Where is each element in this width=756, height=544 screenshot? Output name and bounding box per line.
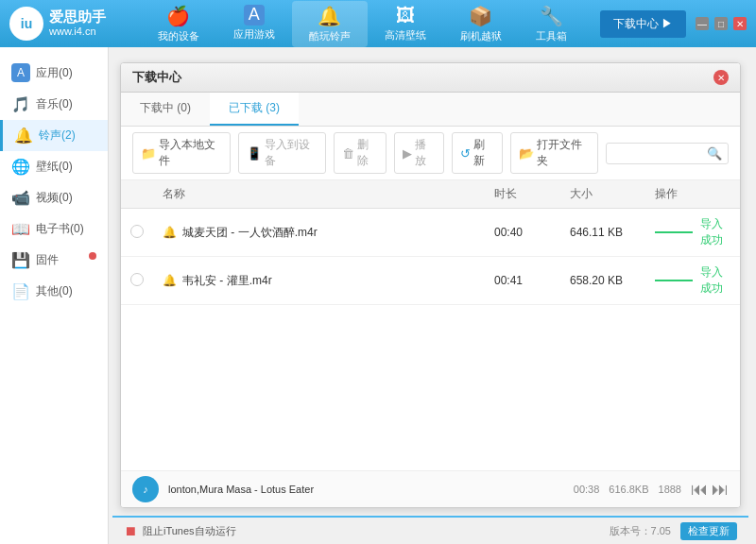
status-success-2: 导入成功 [655, 264, 730, 297]
logo-area: iu 爱思助手 www.i4.cn [9, 7, 106, 41]
download-tabs: 下载中 (0) 已下载 (3) [121, 93, 740, 127]
sidebar-label-video: 视频(0) [36, 190, 73, 206]
nav-apps-games[interactable]: A 应用游戏 [216, 1, 292, 47]
sidebar-label-other: 其他(0) [36, 283, 73, 299]
delete-icon: 🗑 [342, 146, 354, 161]
table-row: 🔔 城麦天团 - 一人饮酒醉.m4r 00:40 646.11 KB 导入成功 [121, 209, 740, 257]
ringtone-sidebar-icon: 🔔 [14, 127, 33, 144]
file-bell-icon-2: 🔔 [163, 274, 177, 287]
window-controls: — □ ✕ [696, 17, 747, 30]
import-device-icon: 📱 [247, 146, 262, 161]
status-success-1: 导入成功 [655, 216, 730, 248]
file-table-container: 名称 时长 大小 操作 🔔 城麦天团 - 一人饮酒醉 [121, 180, 740, 470]
mini-player-thumb: ♪ [132, 476, 159, 502]
file-name-cell-1: 🔔 城麦天团 - 一人饮酒醉.m4r [163, 225, 475, 241]
mini-player-number: 1888 [659, 484, 681, 495]
open-folder-icon: 📂 [519, 146, 534, 161]
tab-downloaded[interactable]: 已下载 (3) [210, 93, 299, 126]
search-box[interactable]: 🔍 [606, 143, 729, 164]
music-sidebar-icon: 🎵 [11, 95, 30, 113]
search-icon: 🔍 [707, 146, 722, 161]
mini-player: ♪ lonton,Mura Masa - Lotus Eater 00:38 6… [121, 470, 740, 507]
version-label: 版本号：7.05 [610, 524, 671, 538]
sidebar-label-wallpapers: 壁纸(0) [36, 159, 73, 175]
sidebar-item-wallpapers[interactable]: 🌐 壁纸(0) [0, 151, 108, 182]
mini-player-track: lonton,Mura Masa - Lotus Eater [168, 484, 564, 495]
wallpaper-icon: 🖼 [396, 5, 415, 26]
col-size: 大小 [560, 180, 645, 209]
open-folder-button[interactable]: 📂 打开文件夹 [510, 132, 598, 174]
sidebar-label-apps: 应用(0) [36, 65, 73, 81]
close-button[interactable]: ✕ [733, 17, 747, 30]
col-duration: 时长 [485, 180, 560, 209]
toolbar: 📁 导入本地文件 📱 导入到设备 🗑 删除 ▶ 播放 ↺ 刷新 [121, 127, 740, 180]
search-input[interactable] [612, 146, 707, 160]
other-sidebar-icon: 📄 [11, 282, 30, 300]
refresh-icon: ↺ [460, 146, 471, 161]
play-button[interactable]: ▶ 播放 [394, 132, 444, 174]
sidebar-section: A 应用(0) 🎵 音乐(0) 🔔 铃声(2) 🌐 壁纸(0) 📹 视频(0) … [0, 52, 108, 312]
status-line-1 [655, 231, 693, 233]
bottom-right: 版本号：7.05 检查更新 [610, 522, 737, 540]
mini-player-size: 616.8KB [609, 484, 648, 495]
nav-jailbreak[interactable]: 📦 刷机越狱 [443, 1, 519, 47]
file-name-cell-2: 🔔 韦礼安 - 灌里.m4r [163, 273, 475, 289]
col-action: 操作 [645, 180, 740, 209]
apps-sidebar-icon: A [11, 63, 30, 82]
bottom-bar: ⏹ 阻止iTunes自动运行 版本号：7.05 检查更新 [112, 516, 748, 544]
ebooks-sidebar-icon: 📖 [11, 220, 30, 238]
firmware-badge [89, 252, 96, 260]
app-logo: iu [9, 7, 43, 41]
mini-player-duration: 00:38 [574, 484, 600, 495]
sidebar-item-music[interactable]: 🎵 音乐(0) [0, 89, 108, 120]
mini-prev-button[interactable]: ⏮ [691, 480, 708, 500]
import-local-icon: 📁 [141, 146, 156, 161]
stop-itunes-label: 阻止iTunes自动运行 [143, 524, 236, 538]
dl-window-close[interactable]: ✕ [713, 70, 729, 85]
maximize-button[interactable]: □ [714, 17, 728, 30]
nav-bar: 🍎 我的设备 A 应用游戏 🔔 酷玩铃声 🖼 高清壁纸 📦 刷机越狱 🔧 工具箱 [125, 1, 600, 47]
nav-tools[interactable]: 🔧 工具箱 [519, 1, 584, 47]
sidebar-item-firmware[interactable]: 💾 固件 [0, 245, 108, 276]
dl-window-title: 下载中心 [132, 69, 181, 86]
device-icon: 🍎 [166, 5, 190, 27]
wallpaper-sidebar-icon: 🌐 [11, 158, 30, 176]
main-content: A 应用(0) 🎵 音乐(0) 🔔 铃声(2) 🌐 壁纸(0) 📹 视频(0) … [0, 47, 756, 544]
delete-button[interactable]: 🗑 删除 [334, 132, 387, 174]
ringtone-icon: 🔔 [318, 5, 341, 27]
tab-downloading[interactable]: 下载中 (0) [121, 93, 210, 126]
sidebar-item-apps[interactable]: A 应用(0) [0, 57, 108, 89]
row-radio-1[interactable] [130, 225, 144, 238]
minimize-button[interactable]: — [696, 17, 709, 30]
file-table: 名称 时长 大小 操作 🔔 城麦天团 - 一人饮酒醉 [121, 180, 740, 305]
tools-icon: 🔧 [540, 5, 563, 27]
download-center-button[interactable]: 下载中心 ▶ [600, 10, 686, 38]
table-row: 🔔 韦礼安 - 灌里.m4r 00:41 658.20 KB 导入成功 [121, 257, 740, 305]
check-update-button[interactable]: 检查更新 [680, 522, 737, 540]
nav-wallpapers[interactable]: 🖼 高清壁纸 [368, 1, 443, 47]
nav-my-device[interactable]: 🍎 我的设备 [141, 1, 216, 47]
title-bar: iu 爱思助手 www.i4.cn 🍎 我的设备 A 应用游戏 🔔 酷玩铃声 🖼… [0, 0, 756, 47]
download-center-window: 下载中心 ✕ 下载中 (0) 已下载 (3) 📁 导入本地文件 📱 [120, 62, 741, 508]
sidebar-item-video[interactable]: 📹 视频(0) [0, 182, 108, 213]
sidebar-label-ringtones: 铃声(2) [39, 128, 76, 144]
import-device-button[interactable]: 📱 导入到设备 [238, 132, 326, 174]
dl-window-titlebar: 下载中心 ✕ [121, 63, 740, 93]
sidebar-item-ringtones[interactable]: 🔔 铃声(2) [0, 120, 108, 151]
import-local-button[interactable]: 📁 导入本地文件 [132, 132, 231, 174]
video-sidebar-icon: 📹 [11, 189, 30, 207]
sidebar-label-music: 音乐(0) [36, 96, 73, 112]
app-name: 爱思助手 www.i4.cn [49, 8, 106, 38]
table-header-row: 名称 时长 大小 操作 [121, 180, 740, 209]
file-bell-icon-1: 🔔 [163, 226, 177, 239]
mini-next-button[interactable]: ⏭ [712, 480, 729, 500]
col-checkbox [121, 180, 153, 209]
refresh-button[interactable]: ↺ 刷新 [452, 132, 503, 174]
sidebar-item-ebooks[interactable]: 📖 电子书(0) [0, 213, 108, 245]
sidebar-item-other[interactable]: 📄 其他(0) [0, 276, 108, 307]
sidebar: A 应用(0) 🎵 音乐(0) 🔔 铃声(2) 🌐 壁纸(0) 📹 视频(0) … [0, 47, 109, 544]
sidebar-label-firmware: 固件 [36, 252, 59, 268]
right-area: 下载中心 ✕ 下载中 (0) 已下载 (3) 📁 导入本地文件 📱 [109, 47, 756, 544]
nav-ringtones[interactable]: 🔔 酷玩铃声 [292, 1, 368, 47]
row-radio-2[interactable] [130, 273, 144, 286]
